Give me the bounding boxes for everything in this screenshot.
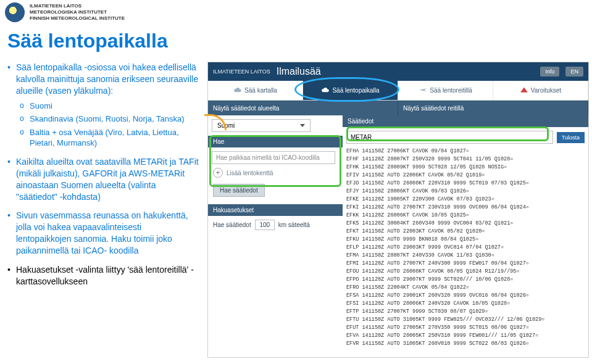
fmi-logo [5,2,25,22]
add-airport-label: Lisää lentokenttä [227,170,273,176]
tab-label: Sää kartalla [244,87,277,94]
add-airport[interactable]: + Lisää lentokenttä [213,168,338,178]
radius-label-b: km säteeltä [278,221,310,228]
fetch-weather-button[interactable]: Hae säätiedot [213,184,265,197]
subbullet: Baltia + osa Venäjää (Viro, Latvia, Liet… [16,127,199,149]
institute-name: ILMATIETEEN LAITOS METEOROLOGISKA INSTIT… [30,3,125,22]
search-input[interactable]: Hae paikkaa nimellä tai ICAO-koodilla [212,151,335,164]
radius-setting: Hae säätiedot 100 km säteeltä [213,220,338,230]
chevron-down-icon [300,124,305,127]
plane-icon [419,87,427,94]
plus-icon: + [213,168,223,178]
tab-label: Sää lentopaikalla [332,87,379,94]
org-mark: ILMATIETEEN LAITOS [213,68,270,75]
product-selected: METAR [351,134,372,141]
institute-line: METEOROLOGISKA INSTITUTET [30,9,125,15]
subbullet: Skandinavia (Suomi, Ruotsi, Norja, Tansk… [16,114,199,125]
tab-label: Sää lentoreitillä [430,87,472,94]
metar-list: EFHA 141150Z 27006KT CAVOK 09/04 Q1027= … [346,147,585,364]
subheader-row: Näytä säätiedot alueelta Näytä säätiedot… [208,101,588,115]
app-screenshot: ILMATIETEEN LAITOS Ilmailusää Info EN Sä… [207,62,589,358]
tabs-row: Sää kartalla Sää lentopaikalla Sää lento… [208,81,588,101]
app-brand: Ilmailusää [277,66,321,77]
explanation-column: Sää lentopaikalla -osiossa voi hakea ede… [7,62,199,295]
warning-icon [520,87,528,94]
bullet: Kaikilta alueilta ovat saatavilla METARi… [7,156,199,203]
page-title: Sää lentopaikalla [7,30,168,52]
institute-header: ILMATIETEEN LAITOS METEOROLOGISKA INSTIT… [5,2,125,22]
lang-button[interactable]: EN [565,67,583,77]
right-panel: Säätiedot METAR Tulosta EFHA 141150Z 270… [343,115,588,364]
product-select[interactable]: METAR [346,131,553,144]
weather-heading: Säätiedot [343,115,588,127]
cloud-icon [233,87,242,94]
region-select[interactable]: Suomi [212,119,311,132]
tab-varoitukset[interactable]: Varoitukset [493,81,588,100]
tab-label: Varoitukset [531,87,561,94]
print-button[interactable]: Tulosta [557,132,585,143]
show-route-weather[interactable]: Näytä säätiedot reitillä [398,101,588,115]
bullet: Sivun vasemmassa reunassa on hakukenttä,… [7,210,199,257]
info-button[interactable]: Info [540,67,559,77]
bullet: Sää lentopaikalla -osiossa voi hakea ede… [7,62,199,149]
app-topbar: ILMATIETEEN LAITOS Ilmailusää Info EN [208,62,588,81]
tab-saa-kartalla[interactable]: Sää kartalla [208,81,303,100]
institute-line: FINNISH METEOROLOGICAL INSTITUTE [30,15,125,22]
show-area-weather[interactable]: Näytä säätiedot alueelta [208,101,398,115]
tab-saa-lentopaikalla[interactable]: Sää lentopaikalla [303,81,398,100]
tab-saa-lentoreitilla[interactable]: Sää lentoreitillä [398,81,493,100]
cloud-icon [321,87,330,94]
search-settings-heading: Hakuasetukset [208,204,343,216]
institute-line: ILMATIETEEN LAITOS [30,3,125,9]
subbullet: Suomi [16,101,199,112]
bullet: Hakuasetukset -valinta liittyy 'sää lent… [7,264,199,287]
region-selected: Suomi [217,122,235,129]
left-panel: Suomi Hae Hae paikkaa nimellä tai ICAO-k… [208,115,343,364]
bullet-text: Sää lentopaikalla -osiossa voi hakea ede… [16,62,198,96]
radius-label-a: Hae säätiedot [213,221,251,228]
radius-input[interactable]: 100 [255,220,275,230]
search-heading: Hae [208,136,343,147]
